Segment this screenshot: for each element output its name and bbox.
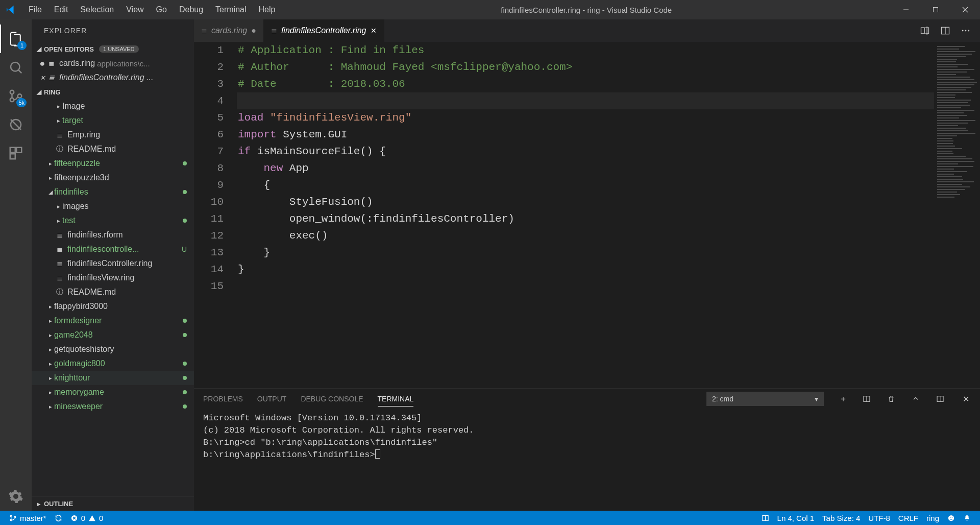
panel-tab-problems[interactable]: PROBLEMS	[203, 395, 243, 403]
file-item[interactable]: ≣Emp.ring	[32, 128, 194, 142]
code-line[interactable]: exec()	[238, 227, 934, 244]
code-line[interactable]	[238, 278, 934, 295]
open-editor-item[interactable]: ✕ ≣ findinfilesController.ring ...	[32, 70, 194, 85]
compare-icon[interactable]	[920, 26, 930, 36]
folder-item[interactable]: ▸Image	[32, 99, 194, 113]
menu-selection[interactable]: Selection	[74, 5, 120, 14]
code-line[interactable]: }	[238, 244, 934, 261]
status-bell[interactable]	[959, 514, 975, 522]
folder-item[interactable]: ▸knighttour	[32, 371, 194, 385]
minimap-line	[937, 169, 954, 170]
file-item[interactable]: ⓘREADME.md	[32, 285, 194, 299]
folder-item[interactable]: ▸test	[32, 213, 194, 228]
workspace-label: RING	[44, 88, 61, 96]
code-line[interactable]: if isMainSourceFile() {	[238, 143, 934, 160]
status-eol[interactable]: CRLF	[894, 514, 922, 522]
outline-header[interactable]: ▸ OUTLINE	[32, 496, 194, 511]
close-icon[interactable]: ✕	[38, 74, 47, 82]
folder-item[interactable]: ◢findinfiles	[32, 185, 194, 199]
folder-item[interactable]: ▸memorygame	[32, 385, 194, 399]
activity-explorer[interactable]: 1	[0, 25, 32, 53]
code-line[interactable]: {	[238, 177, 934, 194]
move-panel-icon[interactable]	[936, 395, 946, 403]
terminal-selector[interactable]: 2: cmd ▾	[706, 392, 824, 406]
menu-edit[interactable]: Edit	[48, 5, 75, 14]
activity-debug[interactable]	[0, 110, 32, 139]
code-line[interactable]: new App	[238, 160, 934, 177]
close-button[interactable]	[950, 0, 980, 19]
file-item[interactable]: ≣findinfilesController.ring	[32, 256, 194, 271]
code-line[interactable]: StyleFusion()	[238, 194, 934, 210]
folder-item[interactable]: ▸game2048	[32, 328, 194, 342]
new-terminal-icon[interactable]: ＋	[838, 394, 848, 404]
status-lang[interactable]: ring	[922, 514, 943, 522]
minimap-line	[937, 130, 968, 131]
status-errors[interactable]: 0 0	[66, 514, 108, 522]
status-encoding[interactable]: UTF-8	[864, 514, 894, 522]
activity-settings[interactable]	[0, 482, 32, 511]
status-sync[interactable]	[51, 514, 66, 522]
folder-item[interactable]: ▸minesweeper	[32, 399, 194, 414]
menu-view[interactable]: View	[120, 5, 150, 14]
minimize-button[interactable]	[891, 0, 921, 19]
menu-go[interactable]: Go	[150, 5, 173, 14]
status-feedback[interactable]	[943, 514, 959, 522]
file-item[interactable]: ⓘREADME.md	[32, 142, 194, 156]
minimap[interactable]	[934, 42, 980, 388]
file-item[interactable]: ≣findinfilescontrolle...U	[32, 242, 194, 256]
code-line[interactable]: # Date : 2018.03.06	[238, 76, 934, 92]
code-line[interactable]: import System.GUI	[238, 126, 934, 143]
panel-tab-output[interactable]: OUTPUT	[257, 395, 287, 403]
minimap-line	[937, 49, 959, 50]
folder-item[interactable]: ▸formdesigner	[32, 314, 194, 328]
status-branch[interactable]: master*	[5, 514, 51, 522]
code[interactable]: # Application : Find in files# Author : …	[238, 42, 934, 388]
tab-findinfiles[interactable]: ≣ findinfilesController.ring ✕	[264, 19, 384, 42]
code-line[interactable]: # Application : Find in files	[238, 42, 934, 59]
chevron-right-icon: ▸	[47, 361, 54, 367]
chevron-right-icon: ▸	[55, 103, 62, 110]
file-item[interactable]: ≣findinfilesView.ring	[32, 271, 194, 285]
editor-body[interactable]: 123456789101112131415 # Application : Fi…	[194, 42, 980, 388]
split-terminal-icon[interactable]	[863, 395, 873, 403]
activity-search[interactable]	[0, 53, 32, 82]
menu-help[interactable]: Help	[253, 5, 282, 14]
workspace-header[interactable]: ◢ RING	[32, 85, 194, 99]
code-line[interactable]: }	[238, 261, 934, 278]
folder-item[interactable]: ▸goldmagic800	[32, 356, 194, 371]
panel-tab-debug[interactable]: DEBUG CONSOLE	[301, 395, 363, 403]
svg-point-25	[10, 519, 12, 520]
more-icon[interactable]	[961, 26, 971, 36]
code-line[interactable]	[237, 92, 934, 109]
menu-file[interactable]: File	[22, 5, 48, 14]
activity-extensions[interactable]	[0, 139, 32, 168]
tab-cards[interactable]: ≣ cards.ring ●	[194, 19, 264, 42]
file-item[interactable]: ≣findinfiles.rform	[32, 228, 194, 242]
folder-item[interactable]: ▸getquoteshistory	[32, 342, 194, 356]
menu-terminal[interactable]: Terminal	[209, 5, 252, 14]
split-editor-icon[interactable]	[940, 26, 950, 36]
status-line-col[interactable]: Ln 4, Col 1	[773, 514, 819, 522]
open-editors-header[interactable]: ◢ OPEN EDITORS 1 UNSAVED	[32, 42, 194, 56]
code-line[interactable]: load "findinfilesView.ring"	[238, 109, 934, 126]
status-preview[interactable]	[757, 514, 773, 522]
open-editor-item[interactable]: ● ≣ cards.ring applications\c...	[32, 56, 194, 70]
kill-terminal-icon[interactable]	[887, 395, 897, 403]
folder-item[interactable]: ▸fifteenpuzzle3d	[32, 171, 194, 185]
status-tab-size[interactable]: Tab Size: 4	[818, 514, 864, 522]
activity-scm[interactable]: 5k	[0, 82, 32, 110]
maximize-button[interactable]	[921, 0, 950, 19]
minimap-line	[937, 153, 953, 154]
close-icon[interactable]: ✕	[371, 27, 377, 35]
menu-debug[interactable]: Debug	[173, 5, 209, 14]
code-line[interactable]: open_window(:findinfilesController)	[238, 210, 934, 227]
panel-tab-terminal[interactable]: TERMINAL	[378, 395, 414, 407]
code-line[interactable]: # Author : Mahmoud Fayed <msfclipper@yah…	[238, 59, 934, 76]
folder-item[interactable]: ▸flappybird3000	[32, 299, 194, 314]
maximize-panel-icon[interactable]	[912, 395, 922, 403]
close-panel-icon[interactable]: ✕	[961, 394, 971, 404]
folder-item[interactable]: ▸fifteenpuzzle	[32, 156, 194, 171]
terminal-body[interactable]: Microsoft Windows [Version 10.0.17134.34…	[194, 409, 980, 511]
folder-item[interactable]: ▸target	[32, 113, 194, 128]
folder-item[interactable]: ▸images	[32, 199, 194, 213]
